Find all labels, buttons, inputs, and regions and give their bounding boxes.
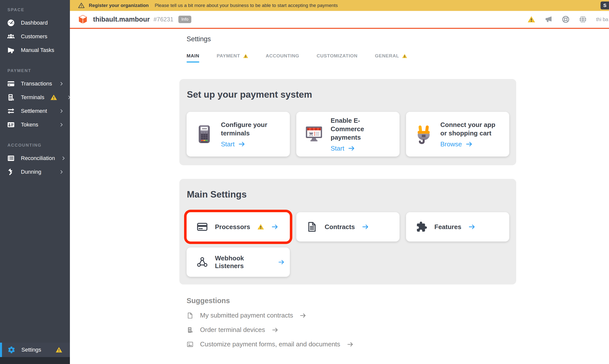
arrow-right-icon [272,326,279,333]
arrow-right-icon [271,223,279,231]
setup-payment-panel: Set up your payment system Configure you… [179,79,516,165]
tokens-icon [7,121,15,129]
tab-payment[interactable]: PAYMENT [217,53,248,63]
sidebar: SPACEDashboardCustomersManual TasksPAYME… [0,0,70,364]
image-gray-icon [187,341,194,348]
help-icon[interactable] [562,15,570,23]
webhook-icon [197,256,208,268]
arrow-right-icon [347,341,354,348]
suggestion-order-terminal-devices[interactable]: Order terminal devices [187,326,354,334]
setup-panel-title: Set up your payment system [187,89,516,100]
arrow-right-icon [348,145,355,152]
sidebar-item-terminals[interactable]: Terminals [0,90,70,104]
sidebar-section-label-accounting: ACCOUNTING [0,143,70,151]
suggestion-label: Order terminal devices [200,326,265,334]
warning-icon [55,346,62,353]
settings-card-label: Features [434,223,461,231]
tab-customization[interactable]: CUSTOMIZATION [317,53,357,63]
settings-card-webhook-listeners[interactable]: Webhook Listeners [187,247,290,277]
sidebar-item-dashboard[interactable]: Dashboard [0,16,70,30]
dunning-icon [7,168,15,176]
sidebar-item-label: Terminals [21,94,44,101]
sidebar-item-dunning[interactable]: Dunning [0,165,70,179]
setup-card-enable-e-commerce-payments[interactable]: Enable E-Commerce paymentsStart [296,112,400,157]
banner-cut-button[interactable]: S [601,1,609,9]
arrow-right-icon [278,258,285,266]
pos-terminal-illustration [194,124,214,144]
arrow-right-icon [362,223,369,231]
suggestions-section: Suggestions My submitted payment contrac… [187,297,354,348]
warning-icon [50,94,57,101]
settings-card-features[interactable]: Features [406,212,509,242]
page-title: Settings [187,35,211,43]
tab-label: ACCOUNTING [266,53,299,59]
customers-icon [7,33,15,40]
suggestion-my-submitted-payment-contracts[interactable]: My submitted payment contracts [187,312,354,319]
setup-card-connect-your-app-or-shopping-cart[interactable]: Connect your app or shopping cartBrowse [406,112,509,157]
sidebar-item-settings[interactable]: Settings [0,343,70,357]
tab-label: MAIN [187,53,199,59]
sidebar-item-transactions[interactable]: Transactions [0,77,70,90]
main-settings-panel: Main Settings ProcessorsContractsFeature… [179,179,516,284]
sidebar-item-label: Transactions [21,81,53,87]
setup-card-link[interactable]: Start [331,145,393,152]
megaphone-icon[interactable] [545,15,553,23]
chevron-right-icon [59,122,64,127]
warning-icon[interactable] [527,15,535,23]
plug-illustration [413,124,434,144]
card-dark-icon [197,221,208,233]
sidebar-item-customers[interactable]: Customers [0,30,70,43]
settings-card-contracts[interactable]: Contracts [296,212,400,242]
sidebar-section-label-space: SPACE [0,7,70,16]
topbar: thibault.mambour #76231 Info thi ba [70,11,609,29]
tab-label: GENERAL [375,53,399,59]
banner-message: Please tell us a bit more about your bus… [155,3,338,8]
warning-icon [257,223,264,230]
warning-outline-icon [78,2,85,9]
document-dark-icon [306,221,318,233]
arrow-right-icon [465,140,473,148]
tab-main[interactable]: MAIN [187,53,199,63]
app-root: SPACEDashboardCustomersManual TasksPAYME… [0,0,609,364]
merchant-id: #76231 [153,16,173,23]
sidebar-item-manual-tasks[interactable]: Manual Tasks [0,43,70,57]
reconciliation-icon [7,154,15,162]
chevron-right-icon [59,81,64,86]
main-settings-title: Main Settings [187,189,516,200]
sidebar-item-label: Settlement [21,108,53,114]
tab-label: CUSTOMIZATION [317,53,357,59]
setup-card-link[interactable]: Start [221,140,283,148]
info-badge[interactable]: Info [178,16,191,23]
suggestions-title: Suggestions [187,297,354,305]
setup-card-link[interactable]: Browse [440,140,503,148]
settlement-icon [7,107,15,115]
sidebar-item-label: Manual Tasks [21,47,64,53]
sidebar-item-label: Dashboard [21,20,64,26]
brand-cube-logo [78,15,88,24]
chevron-right-icon [59,169,64,174]
sidebar-item-settlement[interactable]: Settlement [0,104,70,118]
setup-card-title: Connect your app or shopping cart [440,121,503,137]
sidebar-item-label: Reconciliation [21,155,55,162]
setup-card-configure-your-terminals[interactable]: Configure your terminalsStart [187,112,290,157]
settings-card-label: Webhook Listeners [215,254,271,270]
dashboard-icon [7,19,15,27]
warning-icon [402,53,407,59]
sidebar-item-reconciliation[interactable]: Reconciliation [0,151,70,165]
card-white-icon [7,80,15,88]
sidebar-footer-strip [0,357,70,364]
ecommerce-illustration [304,124,324,144]
terminal-gray-icon [187,326,194,333]
user-menu-truncated[interactable]: thi ba [596,17,609,22]
suggestion-customize-payment-forms-email-and-documents[interactable]: Customize payment forms, email and docum… [187,340,354,348]
tab-general[interactable]: GENERAL [375,53,407,63]
banner-title: Register your organization [89,3,149,8]
settings-card-processors[interactable]: Processors [187,212,290,242]
arrow-right-icon [468,223,476,231]
sidebar-item-label: Settings [21,347,50,353]
chevron-right-icon [61,156,66,161]
tab-accounting[interactable]: ACCOUNTING [266,53,299,63]
sidebar-item-tokens[interactable]: Tokens [0,118,70,131]
org-registration-banner: Register your organization Please tell u… [70,0,609,11]
globe-icon[interactable] [579,15,587,23]
